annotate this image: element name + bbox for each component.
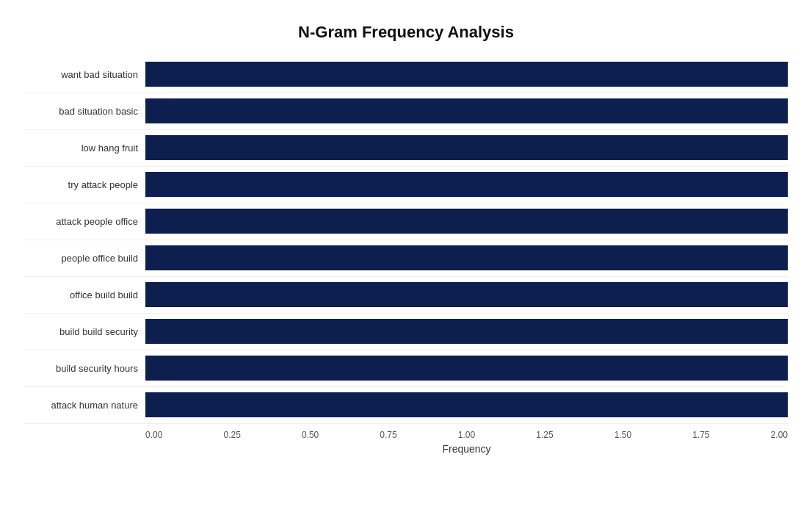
bar-track bbox=[145, 209, 788, 233]
table-row: try attack people bbox=[24, 167, 788, 204]
table-row: build build security bbox=[24, 314, 788, 350]
x-tick: 1.25 bbox=[536, 430, 553, 440]
x-tick-label: 0.50 bbox=[302, 430, 319, 440]
bar-label: bad situation basic bbox=[24, 106, 145, 117]
x-tick: 0.75 bbox=[380, 430, 396, 440]
bar-label: want bad situation bbox=[24, 69, 145, 80]
table-row: attack human nature bbox=[24, 387, 788, 424]
x-axis-ticks: 0.000.250.500.751.001.251.501.752.00 bbox=[145, 430, 788, 440]
x-tick: 0.50 bbox=[302, 430, 319, 440]
bar-track bbox=[145, 282, 788, 306]
x-tick: 0.25 bbox=[223, 430, 240, 440]
table-row: build security hours bbox=[24, 350, 788, 387]
bar-track bbox=[145, 356, 788, 380]
bar-fill bbox=[145, 356, 788, 380]
bar-label: low hang fruit bbox=[24, 143, 145, 154]
x-axis-label: Frequency bbox=[24, 443, 788, 455]
bar-track bbox=[145, 62, 788, 86]
bar-track bbox=[145, 135, 788, 159]
x-tick-label: 1.75 bbox=[692, 430, 709, 440]
x-tick: 0.00 bbox=[145, 430, 162, 440]
x-tick: 1.75 bbox=[692, 430, 709, 440]
bar-fill bbox=[145, 319, 788, 343]
bar-fill bbox=[145, 392, 788, 417]
bar-label: try attack people bbox=[24, 179, 145, 190]
bar-fill bbox=[145, 245, 788, 270]
bar-label: attack people office bbox=[24, 216, 145, 227]
bar-track bbox=[145, 172, 788, 196]
x-tick-label: 0.75 bbox=[380, 430, 396, 440]
table-row: people office build bbox=[24, 240, 788, 277]
bar-label: attack human nature bbox=[24, 400, 145, 411]
table-row: attack people office bbox=[24, 204, 788, 240]
bar-fill bbox=[145, 62, 788, 86]
chart-container: N-Gram Frequency Analysis want bad situa… bbox=[10, 8, 802, 508]
x-tick-label: 0.25 bbox=[223, 430, 240, 440]
x-tick-label: 0.00 bbox=[145, 430, 162, 440]
bar-fill bbox=[145, 172, 788, 196]
x-tick-label: 1.25 bbox=[536, 430, 553, 440]
bar-fill bbox=[145, 282, 788, 306]
table-row: bad situation basic bbox=[24, 93, 788, 130]
x-tick-label: 1.00 bbox=[458, 430, 475, 440]
bar-fill bbox=[145, 209, 788, 233]
x-axis: 0.000.250.500.751.001.251.501.752.00 bbox=[24, 430, 788, 440]
x-tick: 1.00 bbox=[458, 430, 475, 440]
bar-track bbox=[145, 245, 788, 270]
bar-track bbox=[145, 98, 788, 123]
chart-area: want bad situationbad situation basiclow… bbox=[24, 57, 788, 424]
bar-label: office build build bbox=[24, 289, 145, 300]
chart-title: N-Gram Frequency Analysis bbox=[24, 23, 788, 42]
x-tick-label: 2.00 bbox=[771, 430, 788, 440]
bar-label: build build security bbox=[24, 326, 145, 337]
bar-track bbox=[145, 392, 788, 417]
table-row: low hang fruit bbox=[24, 130, 788, 167]
table-row: office build build bbox=[24, 277, 788, 314]
bar-fill bbox=[145, 98, 788, 123]
table-row: want bad situation bbox=[24, 57, 788, 93]
bar-fill bbox=[145, 135, 788, 159]
bar-label: build security hours bbox=[24, 363, 145, 374]
x-tick: 2.00 bbox=[771, 430, 788, 440]
x-tick: 1.50 bbox=[615, 430, 631, 440]
bar-track bbox=[145, 319, 788, 343]
bar-label: people office build bbox=[24, 253, 145, 264]
x-tick-label: 1.50 bbox=[615, 430, 631, 440]
